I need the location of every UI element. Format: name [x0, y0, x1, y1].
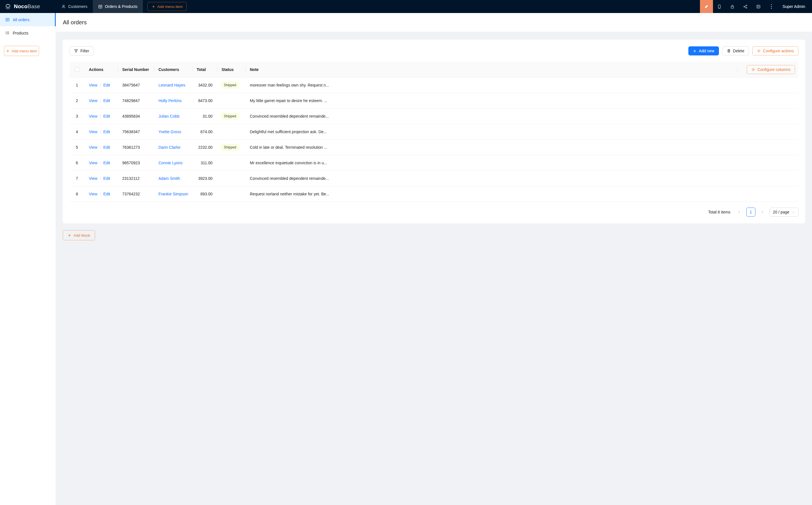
sidebar-item-products[interactable]: Products [0, 26, 56, 40]
total-cell: 3432.00 [192, 83, 217, 88]
row-actions: ViewEdit [84, 176, 118, 181]
table-row: 5 ViewEdit 76381273 Darin Clarke 2232.00… [70, 140, 406, 155]
sidebar-item-label: All orders [13, 17, 29, 22]
nav-tab-label: Customers [68, 4, 88, 9]
filter-icon [74, 49, 78, 53]
nocobase-logo[interactable]: NocoBase [0, 3, 56, 10]
row-index: 1 [70, 83, 84, 88]
status-cell: Shipped [217, 144, 245, 150]
row-actions: ViewEdit [84, 192, 118, 196]
action-divider [100, 99, 101, 103]
column-header-note: Note [245, 67, 406, 72]
row-index: 2 [70, 99, 84, 103]
customer-cell: Leonard Hayes [154, 83, 192, 88]
action-divider [100, 115, 101, 118]
view-link[interactable]: View [89, 176, 97, 181]
customer-link[interactable]: Leonard Hayes [158, 83, 185, 88]
nav-tab-customers[interactable]: Customers [56, 0, 93, 13]
serial-number-cell: 38475647 [118, 83, 154, 88]
status-tag: Shipped [222, 113, 239, 119]
plus-icon [6, 49, 10, 53]
customer-link[interactable]: Darin Clarke [158, 145, 180, 150]
note-cell: Mr excellence inquietude conviction is i… [245, 161, 406, 165]
status-tag: Shipped [222, 144, 239, 150]
view-link[interactable]: View [89, 114, 97, 119]
view-link[interactable]: View [89, 83, 97, 88]
total-cell: 8473.00 [192, 99, 217, 103]
view-link[interactable]: View [89, 130, 97, 134]
status-cell: Shipped [217, 113, 245, 119]
plus-icon [67, 233, 71, 237]
row-index: 6 [70, 161, 84, 165]
row-actions: ViewEdit [84, 130, 118, 134]
serial-number-cell: 75638347 [118, 130, 154, 134]
column-header-total: Total [192, 67, 217, 72]
column-header-actions: Actions [84, 67, 118, 72]
table-body: 1 ViewEdit 38475647 Leonard Hayes 3432.0… [70, 77, 406, 202]
main-area: All orders Filter [56, 13, 406, 252]
serial-number-cell: 74829847 [118, 99, 154, 103]
customer-link[interactable]: Frankie Simpson [158, 192, 188, 196]
edit-link[interactable]: Edit [103, 83, 110, 88]
note-cell: Request norland neither mistake for yet.… [245, 192, 406, 196]
action-divider [100, 192, 101, 196]
sidebar: All orders Products Add menu item [0, 13, 56, 252]
edit-link[interactable]: Edit [103, 114, 110, 119]
customer-link[interactable]: Julian Cobb [158, 114, 179, 119]
serial-number-cell: 98570923 [118, 161, 154, 165]
edit-link[interactable]: Edit [103, 192, 110, 196]
column-header-customers: Customers [154, 67, 192, 72]
edit-link[interactable]: Edit [103, 130, 110, 134]
view-link[interactable]: View [89, 192, 97, 196]
nav-tab-orders-products[interactable]: Orders & Products [93, 0, 143, 13]
page-title: All orders [63, 19, 87, 26]
status-tag: Shipped [222, 82, 239, 88]
view-link[interactable]: View [89, 99, 97, 103]
customer-link[interactable]: Adam Smith [158, 176, 180, 181]
logo-text: NocoBase [14, 3, 40, 10]
action-divider [100, 130, 101, 134]
customer-cell: Darin Clarke [154, 145, 192, 150]
customer-cell: Holly Perkins [154, 99, 192, 103]
edit-link[interactable]: Edit [103, 176, 110, 181]
add-block-button[interactable]: Add block [63, 230, 95, 240]
row-actions: ViewEdit [84, 83, 118, 88]
row-actions: ViewEdit [84, 99, 118, 103]
edit-link[interactable]: Edit [103, 145, 110, 150]
customer-cell: Adam Smith [154, 176, 192, 181]
total-cell: 311.00 [192, 161, 217, 165]
orders-table-block: Filter Add new [63, 40, 406, 223]
view-link[interactable]: View [89, 145, 97, 150]
row-index: 5 [70, 145, 84, 150]
table-row: 7 ViewEdit 23132112 Adam Smith 3923.00 C… [70, 171, 406, 186]
column-header-status: Status [217, 67, 245, 72]
column-header-serial-number: Serial Number [118, 67, 154, 72]
sidebar-item-all-orders[interactable]: All orders [0, 13, 56, 26]
serial-number-cell: 76381273 [118, 145, 154, 150]
action-divider [100, 161, 101, 165]
action-divider [100, 83, 101, 87]
table-row: 2 ViewEdit 74829847 Holly Perkins 8473.0… [70, 93, 406, 109]
row-index: 7 [70, 176, 84, 181]
select-all-checkbox[interactable] [75, 67, 79, 72]
customer-link[interactable]: Connie Lyons [158, 161, 182, 165]
filter-button[interactable]: Filter [70, 46, 94, 55]
row-index: 3 [70, 114, 84, 119]
view-link[interactable]: View [89, 161, 97, 165]
edit-link[interactable]: Edit [103, 99, 110, 103]
customer-link[interactable]: Holly Perkins [158, 99, 182, 103]
table-icon [98, 5, 103, 9]
header-add-menu-item-button[interactable]: Add menu item [147, 2, 187, 11]
total-cell: 3923.00 [192, 176, 217, 181]
edit-link[interactable]: Edit [103, 161, 110, 165]
sidebar-add-menu-item-button[interactable]: Add menu item [4, 46, 39, 56]
nocobase-logo-icon [5, 3, 11, 10]
total-cell: 874.00 [192, 130, 217, 134]
table-row: 6 ViewEdit 98570923 Connie Lyons 311.00 … [70, 155, 406, 171]
status-cell: Shipped [217, 82, 245, 88]
serial-number-cell: 73764232 [118, 192, 154, 196]
serial-number-cell: 43895834 [118, 114, 154, 119]
row-actions: ViewEdit [84, 114, 118, 119]
customer-link[interactable]: Yvette Gross [158, 130, 181, 134]
nav-tab-label: Orders & Products [105, 4, 137, 9]
